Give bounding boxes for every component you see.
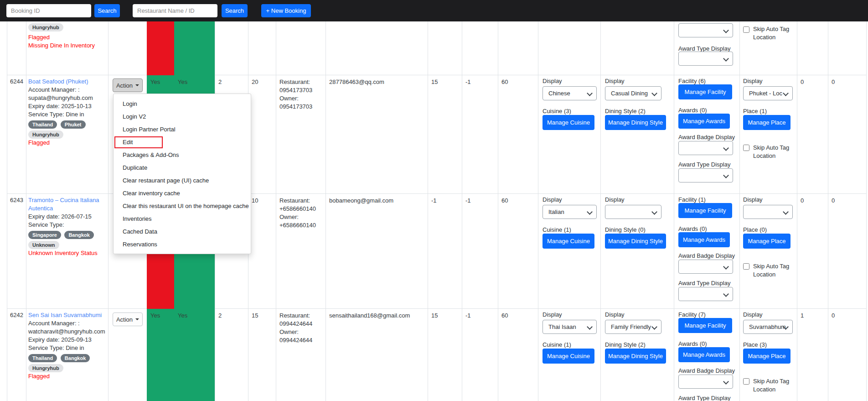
place-display-select[interactable]: Phuket - Loc [743,86,793,100]
dining-style-select[interactable]: Casual Dining [605,86,661,100]
manage-dining-style-button[interactable]: Manage Dining Style [605,234,666,249]
manage-facility-button[interactable]: Manage Facility [678,318,732,333]
award-type-display-label: Award Type Display [678,280,730,286]
value-cell: 60 [501,78,508,86]
place-display-select[interactable]: Suvarnabhum [743,320,793,334]
cuisine-display-label: Display [542,196,562,203]
manage-cuisine-button[interactable]: Manage Cuisine [542,234,594,249]
manage-dining-style-button[interactable]: Manage Dining Style [605,349,666,364]
value-cell: 15 [252,312,258,320]
award-badge-display-label: Award Badge Display [678,367,735,374]
award-badge-display-select[interactable] [678,260,733,274]
place-display-select[interactable] [743,205,793,219]
flag-text: Flagged [28,33,107,42]
booking-search-button[interactable]: Search [94,4,120,17]
dining-display-label: Display [605,78,625,84]
skip-auto-tag-checkbox[interactable] [743,378,749,385]
award-badge-display-select[interactable] [678,23,733,37]
menu-item-duplicate[interactable]: Duplicate [114,161,251,174]
menu-item-packages-addons[interactable]: Packages & Add-Ons [114,149,251,161]
award-badge-display-label: Award Badge Display [678,252,735,259]
dine-in-status-cell [147,21,174,75]
menu-item-clear-inventory-cache[interactable]: Clear inventory cache [114,187,251,200]
cuisine-display-select[interactable]: Chinese [542,86,597,100]
value-cell: -1 [465,78,471,86]
menu-item-reservations[interactable]: Reservations [114,238,251,251]
action-dropdown-button[interactable]: Action [113,78,143,92]
dine-in-status-cell [147,309,174,401]
action-dropdown-button[interactable]: Action [113,312,143,326]
manage-place-button[interactable]: Manage Place [743,234,790,249]
skip-auto-tag-checkbox[interactable] [743,26,749,33]
dine-in-yes: Yes [150,312,160,319]
award-type-display-select[interactable] [678,287,733,301]
restaurant-link[interactable]: Sen Sai Isan Suvarnabhumi [28,312,102,318]
manage-facility-button[interactable]: Manage Facility [678,203,732,218]
dining-style-select[interactable]: Family Friendly [605,320,661,334]
service-type: Service Type: Dine in [28,110,107,119]
phone-cell: Restaurant:0994424644 Owner:0994424644 [279,312,323,344]
restaurant-cell: Sen Sai Isan Suvarnabhumi Account Manage… [28,311,107,380]
new-booking-button[interactable]: + New Booking [261,4,311,17]
service-type: Service Type: [28,221,107,229]
award-badge-display-select[interactable] [678,141,733,155]
dining-display-label: Display [605,196,625,203]
manage-facility-button[interactable]: Manage Facility [678,84,732,99]
dining-style-select[interactable] [605,205,661,219]
restaurant-id: 6244 [10,78,23,85]
place-count-label: Place (0) [743,226,767,233]
restaurant-id: 6242 [10,312,23,318]
menu-item-login-partner-portal[interactable]: Login Partner Portal [114,123,251,136]
value-cell: 10 [252,197,258,205]
flag-text: Flagged [28,372,107,380]
manage-awards-button[interactable]: Manage Awards [678,347,730,362]
manage-awards-button[interactable]: Manage Awards [678,114,730,129]
manage-cuisine-button[interactable]: Manage Cuisine [542,115,594,130]
award-badge-display-select[interactable] [678,375,733,389]
menu-item-login[interactable]: Login [114,98,251,110]
manage-place-button[interactable]: Manage Place [743,349,790,364]
expiry-date: Expiry date: 2025-09-13 [28,336,107,344]
cuisine-count-label: Cuisine (3) [542,108,571,115]
restaurant-link[interactable]: Boat Seafood (Phuket) [28,78,88,85]
cuisine-display-select[interactable]: Italian [542,205,597,219]
booking-id-input[interactable] [6,4,91,17]
manage-dining-style-button[interactable]: Manage Dining Style [605,115,666,130]
action-button-label: Action [116,316,133,323]
admin-restaurants-page: Search Search + New Booking Hungryhub Fl… [0,0,868,401]
menu-item-clear-homepage-cache[interactable]: Clear this restaurant UI on the homepage… [114,200,251,213]
menu-item-inventories[interactable]: Inventories [114,213,251,225]
award-type-display-select[interactable] [678,168,733,182]
email-cell: 287786463@qq.com [329,78,384,86]
value-cell: 2 [218,312,222,320]
delivery-yes: Yes [178,78,187,85]
account-manager-line: Account Manager: : [28,86,107,94]
count-cell: 0 [832,197,835,205]
menu-item-login-v2[interactable]: Login V2 [114,110,251,123]
cuisine-display-label: Display [542,78,562,84]
source-badge: Unknown [28,241,59,249]
region-badge: Bangkok [61,354,90,362]
account-manager-email: supata@hungryhub.com [28,94,107,102]
manage-place-button[interactable]: Manage Place [743,115,790,130]
award-type-display-select[interactable] [678,52,733,66]
restaurant-search-button[interactable]: Search [222,4,248,17]
award-type-display-label: Award Type Display [678,161,730,168]
manage-cuisine-button[interactable]: Manage Cuisine [542,349,594,364]
delivery-status-cell [174,21,215,75]
restaurant-search-input[interactable] [133,4,217,17]
cuisine-display-select[interactable]: Thai Isaan [542,320,597,334]
menu-item-cached-data[interactable]: Cached Data [114,225,251,238]
cuisine-display-label: Display [542,311,562,318]
skip-auto-tag-checkbox[interactable] [743,263,749,270]
restaurant-link[interactable]: Tramonto – Cucina Italiana Autentica [28,197,99,212]
skip-auto-tag-label: Skip Auto Tag Location [753,144,795,160]
menu-item-clear-restaurant-page-cache[interactable]: Clear restaurant page (UI) cache [114,174,251,187]
awards-count-label: Awards (0) [678,225,707,232]
place-display-label: Display [743,196,763,203]
value-cell: 2 [218,78,222,86]
dining-display-label: Display [605,311,625,318]
source-badge: Hungryhub [28,130,63,139]
manage-awards-button[interactable]: Manage Awards [678,232,730,247]
skip-auto-tag-checkbox[interactable] [743,145,749,151]
